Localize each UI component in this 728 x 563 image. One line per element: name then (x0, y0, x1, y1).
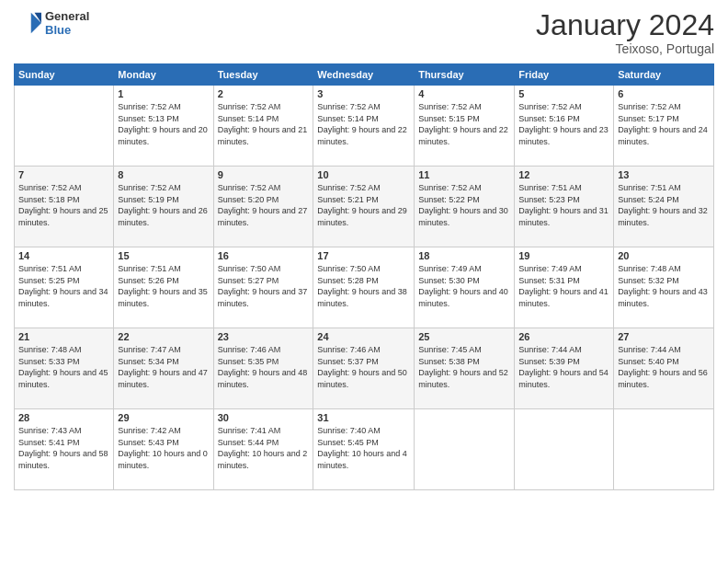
day-number: 25 (418, 331, 510, 342)
calendar-cell: 26Sunrise: 7:44 AMSunset: 5:39 PMDayligh… (515, 328, 614, 409)
day-info: Sunrise: 7:51 AMSunset: 5:25 PMDaylight:… (18, 263, 109, 309)
day-info: Sunrise: 7:46 AMSunset: 5:37 PMDaylight:… (317, 344, 410, 390)
weekday-header-tuesday: Tuesday (213, 64, 313, 86)
day-info: Sunrise: 7:52 AMSunset: 5:18 PMDaylight:… (18, 182, 109, 228)
calendar-cell: 12Sunrise: 7:51 AMSunset: 5:23 PMDayligh… (515, 167, 614, 247)
calendar-cell: 30Sunrise: 7:41 AMSunset: 5:44 PMDayligh… (213, 409, 313, 490)
day-number: 15 (118, 250, 209, 261)
day-number: 7 (18, 169, 109, 180)
day-number: 16 (218, 250, 310, 261)
title-block: January 2024 Teixoso, Portugal (536, 9, 714, 56)
month-title: January 2024 (536, 9, 714, 41)
day-number: 1 (118, 88, 209, 99)
calendar-cell: 16Sunrise: 7:50 AMSunset: 5:27 PMDayligh… (213, 247, 313, 328)
calendar-cell: 17Sunrise: 7:50 AMSunset: 5:28 PMDayligh… (313, 247, 415, 328)
day-number: 20 (618, 250, 710, 261)
day-number: 28 (18, 412, 109, 423)
day-number: 27 (618, 331, 710, 342)
day-info: Sunrise: 7:45 AMSunset: 5:38 PMDaylight:… (418, 344, 510, 390)
day-info: Sunrise: 7:50 AMSunset: 5:28 PMDaylight:… (317, 263, 410, 309)
day-number: 17 (317, 250, 410, 261)
calendar-cell: 22Sunrise: 7:47 AMSunset: 5:34 PMDayligh… (114, 328, 213, 409)
day-info: Sunrise: 7:51 AMSunset: 5:24 PMDaylight:… (618, 182, 710, 228)
day-number: 14 (18, 250, 109, 261)
calendar-cell: 9Sunrise: 7:52 AMSunset: 5:20 PMDaylight… (213, 167, 313, 247)
day-number: 2 (218, 88, 310, 99)
day-info: Sunrise: 7:52 AMSunset: 5:16 PMDaylight:… (518, 101, 609, 147)
day-info: Sunrise: 7:44 AMSunset: 5:40 PMDaylight:… (618, 344, 710, 390)
day-number: 11 (418, 169, 510, 180)
main-container: General Blue January 2024 Teixoso, Portu… (0, 0, 728, 563)
day-info: Sunrise: 7:47 AMSunset: 5:34 PMDaylight:… (118, 344, 209, 390)
calendar-week-row: 7Sunrise: 7:52 AMSunset: 5:18 PMDaylight… (15, 167, 714, 247)
day-info: Sunrise: 7:48 AMSunset: 5:32 PMDaylight:… (618, 263, 710, 309)
header: General Blue January 2024 Teixoso, Portu… (14, 9, 714, 56)
day-info: Sunrise: 7:40 AMSunset: 5:45 PMDaylight:… (317, 425, 410, 471)
day-info: Sunrise: 7:41 AMSunset: 5:44 PMDaylight:… (218, 425, 310, 471)
calendar-week-row: 28Sunrise: 7:43 AMSunset: 5:41 PMDayligh… (15, 409, 714, 490)
calendar-cell: 8Sunrise: 7:52 AMSunset: 5:19 PMDaylight… (114, 167, 213, 247)
calendar-cell (614, 409, 714, 490)
day-number: 12 (518, 169, 609, 180)
logo-general-text: General (45, 9, 89, 23)
calendar-cell: 31Sunrise: 7:40 AMSunset: 5:45 PMDayligh… (313, 409, 415, 490)
logo-blue-text: Blue (45, 23, 89, 37)
day-info: Sunrise: 7:52 AMSunset: 5:17 PMDaylight:… (618, 101, 710, 147)
day-number: 21 (18, 331, 109, 342)
calendar-table: SundayMondayTuesdayWednesdayThursdayFrid… (14, 63, 714, 490)
day-info: Sunrise: 7:51 AMSunset: 5:26 PMDaylight:… (118, 263, 209, 309)
day-info: Sunrise: 7:52 AMSunset: 5:13 PMDaylight:… (118, 101, 209, 147)
calendar-cell: 2Sunrise: 7:52 AMSunset: 5:14 PMDaylight… (213, 86, 313, 167)
weekday-header-row: SundayMondayTuesdayWednesdayThursdayFrid… (15, 64, 714, 86)
day-info: Sunrise: 7:52 AMSunset: 5:14 PMDaylight:… (218, 101, 310, 147)
location: Teixoso, Portugal (536, 41, 714, 56)
calendar-cell: 18Sunrise: 7:49 AMSunset: 5:30 PMDayligh… (415, 247, 515, 328)
weekday-header-friday: Friday (515, 64, 614, 86)
day-number: 9 (218, 169, 310, 180)
calendar-cell: 13Sunrise: 7:51 AMSunset: 5:24 PMDayligh… (614, 167, 714, 247)
day-number: 22 (118, 331, 209, 342)
weekday-header-sunday: Sunday (15, 64, 114, 86)
calendar-cell (15, 86, 114, 167)
day-number: 10 (317, 169, 410, 180)
calendar-cell: 1Sunrise: 7:52 AMSunset: 5:13 PMDaylight… (114, 86, 213, 167)
logo: General Blue (14, 9, 89, 37)
calendar-week-row: 14Sunrise: 7:51 AMSunset: 5:25 PMDayligh… (15, 247, 714, 328)
calendar-cell (515, 409, 614, 490)
calendar-cell: 19Sunrise: 7:49 AMSunset: 5:31 PMDayligh… (515, 247, 614, 328)
calendar-cell: 20Sunrise: 7:48 AMSunset: 5:32 PMDayligh… (614, 247, 714, 328)
calendar-cell: 14Sunrise: 7:51 AMSunset: 5:25 PMDayligh… (15, 247, 114, 328)
day-info: Sunrise: 7:52 AMSunset: 5:19 PMDaylight:… (118, 182, 209, 228)
calendar-cell: 25Sunrise: 7:45 AMSunset: 5:38 PMDayligh… (415, 328, 515, 409)
calendar-cell: 6Sunrise: 7:52 AMSunset: 5:17 PMDaylight… (614, 86, 714, 167)
weekday-header-wednesday: Wednesday (313, 64, 415, 86)
calendar-week-row: 1Sunrise: 7:52 AMSunset: 5:13 PMDaylight… (15, 86, 714, 167)
calendar-cell: 27Sunrise: 7:44 AMSunset: 5:40 PMDayligh… (614, 328, 714, 409)
day-info: Sunrise: 7:46 AMSunset: 5:35 PMDaylight:… (218, 344, 310, 390)
day-info: Sunrise: 7:49 AMSunset: 5:30 PMDaylight:… (418, 263, 510, 309)
day-number: 4 (418, 88, 510, 99)
day-number: 8 (118, 169, 209, 180)
calendar-cell: 29Sunrise: 7:42 AMSunset: 5:43 PMDayligh… (114, 409, 213, 490)
calendar-cell: 28Sunrise: 7:43 AMSunset: 5:41 PMDayligh… (15, 409, 114, 490)
day-info: Sunrise: 7:44 AMSunset: 5:39 PMDaylight:… (518, 344, 609, 390)
day-number: 5 (518, 88, 609, 99)
day-info: Sunrise: 7:52 AMSunset: 5:21 PMDaylight:… (317, 182, 410, 228)
calendar-cell: 11Sunrise: 7:52 AMSunset: 5:22 PMDayligh… (415, 167, 515, 247)
day-info: Sunrise: 7:52 AMSunset: 5:20 PMDaylight:… (218, 182, 310, 228)
day-info: Sunrise: 7:49 AMSunset: 5:31 PMDaylight:… (518, 263, 609, 309)
day-number: 18 (418, 250, 510, 261)
calendar-cell: 24Sunrise: 7:46 AMSunset: 5:37 PMDayligh… (313, 328, 415, 409)
calendar-cell: 10Sunrise: 7:52 AMSunset: 5:21 PMDayligh… (313, 167, 415, 247)
day-info: Sunrise: 7:52 AMSunset: 5:22 PMDaylight:… (418, 182, 510, 228)
day-number: 29 (118, 412, 209, 423)
day-info: Sunrise: 7:50 AMSunset: 5:27 PMDaylight:… (218, 263, 310, 309)
weekday-header-thursday: Thursday (415, 64, 515, 86)
day-info: Sunrise: 7:48 AMSunset: 5:33 PMDaylight:… (18, 344, 109, 390)
day-number: 6 (618, 88, 710, 99)
calendar-cell: 15Sunrise: 7:51 AMSunset: 5:26 PMDayligh… (114, 247, 213, 328)
day-number: 30 (218, 412, 310, 423)
logo-text: General Blue (45, 9, 89, 37)
calendar-cell: 23Sunrise: 7:46 AMSunset: 5:35 PMDayligh… (213, 328, 313, 409)
day-number: 3 (317, 88, 410, 99)
